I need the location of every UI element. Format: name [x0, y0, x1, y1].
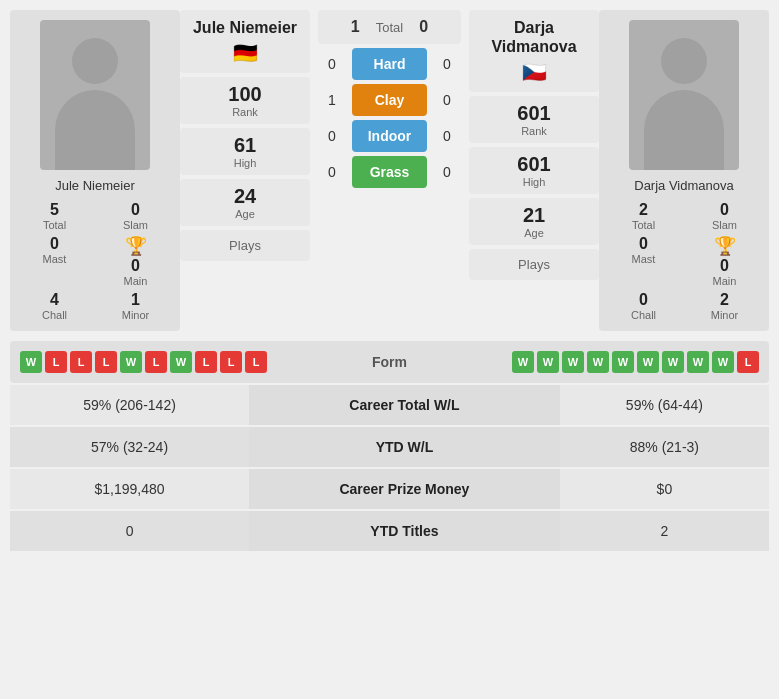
top-section: Jule Niemeier 5 Total 0 Slam 0 Mast 🏆 0	[10, 10, 769, 331]
right-player-card: Darja Vidmanova 2 Total 0 Slam 0 Mast 🏆 …	[599, 10, 769, 331]
stats-row: 59% (206-142)Career Total W/L59% (64-44)	[10, 385, 769, 426]
form-badge: L	[45, 351, 67, 373]
right-rank-label: Rank	[475, 125, 593, 137]
left-trophy-cell: 🏆 0 Main	[99, 235, 172, 287]
left-total-cell: 5 Total	[18, 201, 91, 231]
stat-left-value: 57% (32-24)	[10, 426, 249, 468]
form-badge: L	[95, 351, 117, 373]
left-avatar	[40, 20, 150, 170]
right-plays-label: Plays	[477, 257, 591, 272]
form-badge: W	[712, 351, 734, 373]
stat-center-label: Career Prize Money	[249, 468, 560, 510]
stat-right-value: 59% (64-44)	[560, 385, 769, 426]
grass-row: 0 Grass 0	[318, 156, 461, 188]
clay-row: 1 Clay 0	[318, 84, 461, 116]
right-minor-cell: 2 Minor	[688, 291, 761, 321]
right-grass-score: 0	[433, 164, 461, 180]
right-high-label: High	[475, 176, 593, 188]
left-info-name: Jule Niemeier	[190, 18, 300, 37]
left-chall-value: 4	[50, 291, 59, 309]
right-flag: 🇨🇿	[479, 60, 589, 84]
right-chall-cell: 0 Chall	[607, 291, 680, 321]
form-badge: L	[220, 351, 242, 373]
left-clay-score: 1	[318, 92, 346, 108]
right-high-value: 601	[475, 153, 593, 176]
left-player-name: Jule Niemeier	[55, 178, 134, 193]
left-indoor-score: 0	[318, 128, 346, 144]
left-mast-value: 0	[50, 235, 59, 253]
left-chall-cell: 4 Chall	[18, 291, 91, 321]
form-badge: L	[245, 351, 267, 373]
left-age-value: 24	[186, 185, 304, 208]
left-stats-grid: 5 Total 0 Slam 0 Mast 🏆 0 Main 4	[18, 201, 172, 321]
right-indoor-score: 0	[433, 128, 461, 144]
indoor-button[interactable]: Indoor	[352, 120, 427, 152]
hard-row: 0 Hard 0	[318, 48, 461, 80]
left-total-score: 1	[351, 18, 360, 36]
main-container: Jule Niemeier 5 Total 0 Slam 0 Mast 🏆 0	[0, 0, 779, 563]
stat-right-value: 2	[560, 510, 769, 552]
form-section: WLLLWLWLLL Form WWWWWWWWWL	[10, 341, 769, 383]
right-slam-label: Slam	[712, 219, 737, 231]
stats-row: $1,199,480Career Prize Money$0	[10, 468, 769, 510]
left-age-box: 24 Age	[180, 179, 310, 226]
left-player-card: Jule Niemeier 5 Total 0 Slam 0 Mast 🏆 0	[10, 10, 180, 331]
right-high-box: 601 High	[469, 147, 599, 194]
form-badge: W	[537, 351, 559, 373]
left-trophy-icon: 🏆	[125, 235, 147, 257]
left-player-info: Jule Niemeier 🇩🇪	[180, 10, 310, 73]
grass-button[interactable]: Grass	[352, 156, 427, 188]
form-badge: W	[20, 351, 42, 373]
form-badge: W	[637, 351, 659, 373]
left-grass-score: 0	[318, 164, 346, 180]
stat-right-value: $0	[560, 468, 769, 510]
right-age-box: 21 Age	[469, 198, 599, 245]
left-mast-label: Mast	[43, 253, 67, 265]
form-badge: W	[587, 351, 609, 373]
left-rank-label: Rank	[186, 106, 304, 118]
left-rank-value: 100	[186, 83, 304, 106]
left-chall-label: Chall	[42, 309, 67, 321]
left-mast-cell: 0 Mast	[18, 235, 91, 287]
right-rank-box: 601 Rank	[469, 96, 599, 143]
left-total-value: 5	[50, 201, 59, 219]
stats-row: 57% (32-24)YTD W/L88% (21-3)	[10, 426, 769, 468]
right-mast-cell: 0 Mast	[607, 235, 680, 287]
right-slam-value: 0	[720, 201, 729, 219]
stat-center-label: YTD W/L	[249, 426, 560, 468]
right-minor-value: 2	[720, 291, 729, 309]
right-chall-value: 0	[639, 291, 648, 309]
indoor-row: 0 Indoor 0	[318, 120, 461, 152]
right-mast-label: Mast	[632, 253, 656, 265]
stat-right-value: 88% (21-3)	[560, 426, 769, 468]
stat-left-value: $1,199,480	[10, 468, 249, 510]
left-plays-label: Plays	[188, 238, 302, 253]
form-badge: W	[120, 351, 142, 373]
left-rank-box: 100 Rank	[180, 77, 310, 124]
left-plays-box: Plays	[180, 230, 310, 261]
left-total-label: Total	[43, 219, 66, 231]
left-slam-value: 0	[131, 201, 140, 219]
right-clay-score: 0	[433, 92, 461, 108]
right-info-name: Darja Vidmanova	[479, 18, 589, 56]
right-mast-value: 0	[639, 235, 648, 253]
left-high-box: 61 High	[180, 128, 310, 175]
form-badge: W	[612, 351, 634, 373]
right-main-label: Main	[713, 275, 737, 287]
right-plays-box: Plays	[469, 249, 599, 280]
right-age-label: Age	[475, 227, 593, 239]
left-hard-score: 0	[318, 56, 346, 72]
stat-center-label: YTD Titles	[249, 510, 560, 552]
left-slam-cell: 0 Slam	[99, 201, 172, 231]
left-minor-label: Minor	[122, 309, 150, 321]
right-rank-value: 601	[475, 102, 593, 125]
left-high-value: 61	[186, 134, 304, 157]
clay-button[interactable]: Clay	[352, 84, 427, 116]
left-minor-cell: 1 Minor	[99, 291, 172, 321]
stats-row: 0YTD Titles2	[10, 510, 769, 552]
stat-left-value: 0	[10, 510, 249, 552]
right-total-score: 0	[419, 18, 428, 36]
right-stats-grid: 2 Total 0 Slam 0 Mast 🏆 0 Main 0	[607, 201, 761, 321]
total-row: 1 Total 0	[318, 10, 461, 44]
hard-button[interactable]: Hard	[352, 48, 427, 80]
